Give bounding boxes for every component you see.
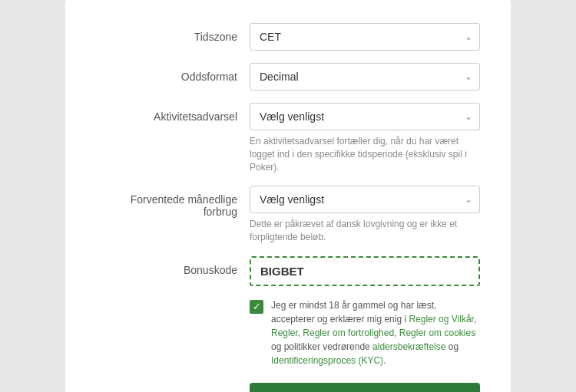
oddsformat-select-wrapper[interactable]: Decimal Fractional American ⌄ <box>250 63 480 91</box>
forventede-select[interactable]: Vælg venligst Under 500 kr 500-2000 kr O… <box>250 186 480 213</box>
oddsformat-row: Oddsformat Decimal Fractional American ⌄ <box>96 63 480 91</box>
terms-checkbox-row: ✓ Jeg er mindst 18 år gammel og har læst… <box>96 298 480 367</box>
forventede-select-wrapper[interactable]: Vælg venligst Under 500 kr 500-2000 kr O… <box>250 186 480 213</box>
aktivitetsadvarsel-control: Vælg venligst 1 time 2 timer 4 timer ⌄ E… <box>250 103 480 173</box>
forventede-label: Forventede månedlige forbrug <box>96 186 250 218</box>
terms-link-2[interactable]: Regler <box>271 328 298 338</box>
tidszone-label: Tidszone <box>96 23 250 43</box>
tidszone-select-wrapper[interactable]: CET UTC GMT ⌄ <box>250 23 480 51</box>
forventede-hint: Dette er påkrævet af dansk lovgivning og… <box>250 218 480 244</box>
tidszone-control: CET UTC GMT ⌄ <box>250 23 480 51</box>
tidszone-row: Tidszone CET UTC GMT ⌄ <box>96 23 480 51</box>
oddsformat-label: Oddsformat <box>96 63 250 83</box>
terms-checkbox-wrap[interactable]: ✓ <box>250 300 263 314</box>
aktivitetsadvarsel-label: Aktivitetsadvarsel <box>96 103 250 123</box>
submit-button[interactable]: Opret konto hos bet365 <box>250 383 480 392</box>
forventede-control: Vælg venligst Under 500 kr 500-2000 kr O… <box>250 186 480 244</box>
oddsformat-control: Decimal Fractional American ⌄ <box>250 63 480 91</box>
terms-link-4[interactable]: Regler om cookies <box>399 328 475 338</box>
aktivitetsadvarsel-select-wrapper[interactable]: Vælg venligst 1 time 2 timer 4 timer ⌄ <box>250 103 480 130</box>
terms-link-1[interactable]: Regler og Vilkår <box>409 314 474 324</box>
aktivitetsadvarsel-row: Aktivitetsadvarsel Vælg venligst 1 time … <box>96 103 480 173</box>
aktivitetsadvarsel-hint: En aktivitetsadvarsel fortæller dig, når… <box>250 135 480 173</box>
oddsformat-select[interactable]: Decimal Fractional American <box>250 63 480 91</box>
terms-link-3[interactable]: Regler om fortrolighed <box>303 328 394 338</box>
aktivitetsadvarsel-select[interactable]: Vælg venligst 1 time 2 timer 4 timer <box>250 103 480 130</box>
terms-link-6[interactable]: Identificeringsproces (KYC) <box>271 355 383 366</box>
bonuskode-row: Bonuskode <box>96 256 480 286</box>
forventede-row: Forventede månedlige forbrug Vælg venlig… <box>96 186 480 244</box>
bonuskode-label: Bonuskode <box>96 256 250 276</box>
checkmark-icon: ✓ <box>253 301 261 311</box>
terms-text: Jeg er mindst 18 år gammel og har læst, … <box>271 298 480 367</box>
bonuskode-input[interactable] <box>250 256 480 286</box>
tidszone-select[interactable]: CET UTC GMT <box>250 23 480 51</box>
bonuskode-control <box>250 256 480 286</box>
settings-form: Tidszone CET UTC GMT ⌄ Oddsformat Decima… <box>65 0 511 392</box>
terms-checkbox[interactable]: ✓ <box>250 300 263 314</box>
terms-link-5[interactable]: aldersbekræftelse <box>372 341 445 352</box>
